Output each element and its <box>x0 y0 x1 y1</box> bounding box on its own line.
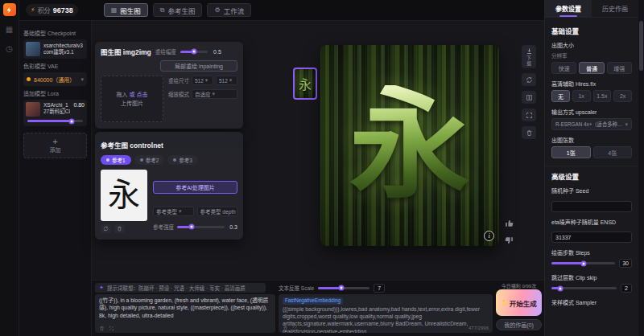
ensd-input[interactable] <box>551 232 632 243</box>
fullscreen-icon[interactable] <box>522 109 536 121</box>
positive-prompt-input[interactable]: ((竹子)), in a blooming garden, (fresh and… <box>95 294 275 333</box>
tab-reference-label: 参考生图 <box>167 6 195 15</box>
result-thumbnail[interactable]: 永 <box>293 68 317 100</box>
chevron-down-icon: ▾ <box>179 208 182 215</box>
history-icon[interactable]: ◷ <box>4 43 15 55</box>
steps-value: 30 <box>619 259 632 268</box>
seed-input[interactable] <box>551 201 632 212</box>
width-value: 512 <box>195 78 204 84</box>
upload-text: 上传图片 <box>121 100 143 106</box>
my-works-button[interactable]: 我的作画(0) <box>496 319 542 330</box>
reference-image[interactable]: 永 <box>101 170 147 221</box>
inpaint-button[interactable]: 局部重绘 inpainting <box>160 60 237 72</box>
tab-history[interactable]: 历史作画 <box>592 0 638 17</box>
reference-model-select[interactable]: 参考类型 depth▾ <box>197 207 238 216</box>
credits-value: 96738 <box>53 6 73 14</box>
trash-icon[interactable] <box>99 326 105 331</box>
expand-icon[interactable] <box>109 326 114 331</box>
count-option-1[interactable]: 1张 <box>551 146 591 158</box>
count-option-4[interactable]: 4张 <box>593 146 633 158</box>
reference-type-value: 参考类型 <box>156 207 177 215</box>
width-select[interactable]: 512▾ <box>192 76 213 85</box>
cfg-scale-slider[interactable] <box>318 287 369 289</box>
hires-options: 无 1x 1.5x 2x <box>551 90 632 102</box>
reference-tab-1[interactable]: 参考1 <box>101 155 131 165</box>
upload-or-text: 或 <box>130 92 135 97</box>
negative-prompt-actions <box>283 326 298 331</box>
img2img-panel: 图生图 img2img 重绘幅度 0.5 局部重绘 inpainting 拖入 … <box>95 42 243 129</box>
replace-image-icon[interactable] <box>101 224 111 233</box>
image-size-label: 出图大小 <box>551 41 632 49</box>
steps-label: 绘画步数 Steps <box>551 248 632 256</box>
download-button[interactable]: 下载 <box>522 45 536 68</box>
logo-bolt-icon <box>6 6 13 14</box>
ai-process-button[interactable]: 参考AI处理图片 <box>153 181 237 194</box>
app-root: ▦ ◷ ⚡ 积分 96738 ▦ 图生图 ⧉ 参考生图 ⚙ 工作流 基础模型 C… <box>0 0 644 336</box>
char-counter: 477/2996 <box>469 325 489 331</box>
image-tools: 下载 <box>522 45 536 139</box>
tab-workflow[interactable]: ⚙ 工作流 <box>207 3 251 17</box>
tab-parameter-settings[interactable]: 参数设置 <box>545 0 592 17</box>
strength-slider[interactable] <box>177 226 225 228</box>
compare-icon[interactable] <box>522 91 536 104</box>
thumbs-up-icon[interactable] <box>504 217 515 228</box>
delete-image-icon[interactable] <box>114 224 125 233</box>
negative-prompt-input[interactable]: FastNegativeEmbedding (((simple backgrou… <box>279 294 493 333</box>
strength-label: 参考强度 <box>153 223 174 231</box>
home-icon[interactable]: ▦ <box>4 24 15 35</box>
chevron-down-icon: ▾ <box>229 77 233 84</box>
thumbs-down-icon[interactable] <box>504 235 515 246</box>
preset-tags-text: 提示词联想：防崩坏 · 预设 · 咒语 · 大师级 · 写实 · 高清画质 <box>107 284 246 292</box>
reference-tab-2[interactable]: 参考2 <box>134 155 165 165</box>
vae-select[interactable]: 840000（通用） ▾ <box>23 72 87 86</box>
size-option-normal[interactable]: 普通 <box>579 62 604 74</box>
sparkle-icon: ✨ <box>501 300 508 306</box>
lora-card[interactable]: XSArchi_127新科幻ClNeov1.0 0.80 <box>23 100 87 126</box>
add-model-label: 添加 <box>50 145 61 154</box>
checkpoint-thumbnail <box>26 42 40 56</box>
hires-option-1x[interactable]: 1x <box>572 90 591 102</box>
denoise-slider[interactable] <box>180 51 208 53</box>
checkpoint-card[interactable]: xsarchitecturalv3com建筑v3.1 <box>23 39 87 59</box>
advanced-settings-header: 高级设置 <box>551 171 632 181</box>
lora-weight-slider[interactable] <box>27 120 83 122</box>
upload-dropzone[interactable]: 拖入 或 点击 上传图片 <box>101 76 163 122</box>
info-icon[interactable]: i <box>484 231 494 241</box>
tab-workflow-label: 工作流 <box>224 6 245 15</box>
tab-reference[interactable]: ⧉ 参考生图 <box>153 3 203 17</box>
app-logo[interactable] <box>3 3 16 16</box>
scrollbar-thumb[interactable] <box>639 21 643 71</box>
height-value: 512 <box>219 78 228 84</box>
scale-mode-select[interactable]: 自适应▾ <box>192 89 237 99</box>
hires-option-1-5x[interactable]: 1.5x <box>593 90 612 102</box>
size-option-enhanced[interactable]: 增强 <box>607 62 632 74</box>
negative-embedding-chip[interactable]: FastNegativeEmbedding <box>283 297 343 305</box>
topbar: ⚡ 积分 96738 ▦ 图生图 ⧉ 参考生图 ⚙ 工作流 <box>19 0 544 21</box>
height-select[interactable]: 512▾ <box>216 76 237 85</box>
reference-tab-3[interactable]: 参考3 <box>167 155 198 165</box>
hires-option-2x[interactable]: 2x <box>613 90 632 102</box>
result-image[interactable]: 永 i <box>320 45 499 246</box>
lora-section-label: 追加模型 Lora <box>23 89 87 97</box>
upscaler-select[interactable]: R-ESRGAN 4x+（适合多种风格） ▾ <box>551 118 632 130</box>
add-model-button[interactable]: + 添加 <box>23 133 87 158</box>
reference-type-select[interactable]: 参考类型▾ <box>153 207 194 216</box>
preset-tags-button[interactable]: ✦ 提示词联想：防崩坏 · 预设 · 咒语 · 大师级 · 写实 · 高清画质 <box>95 283 266 293</box>
controlnet-tabs: 参考1 参考2 参考3 <box>101 155 237 165</box>
dot-icon <box>173 158 176 162</box>
generate-button[interactable]: ✨ 开始生成 <box>496 289 542 316</box>
trash-icon[interactable] <box>283 326 288 331</box>
download-label: 下载 <box>526 55 533 67</box>
clip-skip-slider[interactable] <box>551 287 617 289</box>
chevron-down-icon: ▾ <box>213 91 216 97</box>
delete-icon[interactable] <box>522 126 536 139</box>
credits-badge[interactable]: ⚡ 积分 96738 <box>26 4 78 16</box>
tab-img2img[interactable]: ▦ 图生图 <box>104 3 148 17</box>
negative-prompt-text: (((simple background))),lowres,bad anato… <box>283 306 480 333</box>
reuse-icon[interactable] <box>522 73 536 86</box>
page-scrollbar[interactable] <box>638 0 644 336</box>
expand-icon[interactable] <box>292 326 298 331</box>
steps-slider[interactable] <box>551 262 615 264</box>
size-option-fast[interactable]: 快速 <box>551 62 576 74</box>
hires-option-none[interactable]: 无 <box>551 90 570 102</box>
